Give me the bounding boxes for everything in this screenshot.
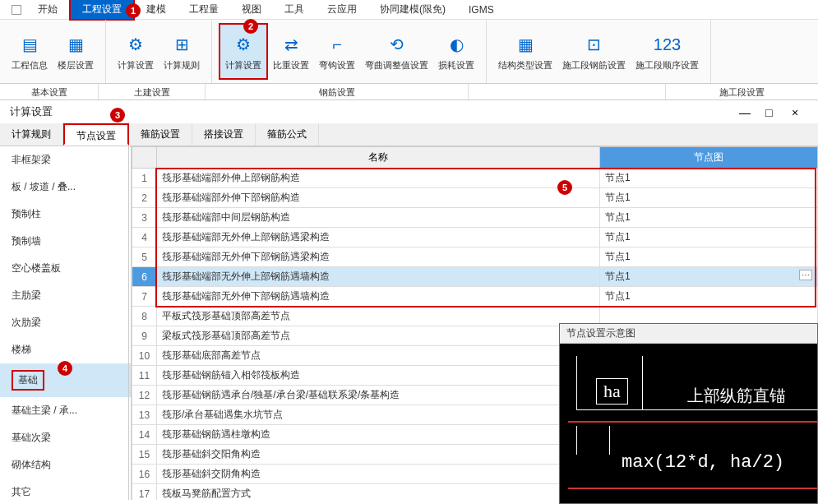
diagram-red-line [568,488,818,489]
ribbon-button[interactable]: ▦结构类型设置 [493,23,557,80]
tab[interactable]: 搭接设置 [192,123,256,146]
table-row[interactable]: 7筏形基础端部无外伸下部钢筋遇墙构造节点1 [132,287,818,307]
sidebar-item[interactable]: 板 / 坡道 / 叠... [0,173,131,201]
ribbon-group: ▦结构类型设置⊡施工段钢筋设置123施工段顺序设置 [487,20,711,83]
tab[interactable]: 节点设置 [63,123,129,146]
row-name[interactable]: 平板式筏形基础顶部高差节点 [157,307,600,326]
menu-item[interactable]: 工具 [273,0,316,19]
sidebar-item[interactable]: 其它 [0,479,131,500]
ribbon-button[interactable]: ⊡施工段钢筋设置 [557,23,631,80]
row-name[interactable]: 筏形基础端部外伸下部钢筋构造 [157,188,600,208]
minimize-icon[interactable]: — [739,106,751,118]
section-label: 施工段设置 [666,84,818,99]
table-row[interactable]: 5筏形基础端部无外伸下部钢筋遇梁构造节点1 [132,247,818,267]
maximize-icon[interactable]: □ [765,106,777,118]
ribbon: ▤工程信息▦楼层设置⚙计算设置⊞计算规则⚙计算设置⇄比重设置⌐弯钩设置⟲弯曲调整… [0,20,818,84]
th-name[interactable]: 名称 [157,147,600,169]
sidebar-item[interactable]: 预制墙 [0,228,131,255]
ribbon-button[interactable]: ◐损耗设置 [433,23,479,80]
row-name[interactable]: 筏形/承台基础遇集水坑节点 [157,405,600,425]
row-name[interactable]: 筏形基础钢筋遇柱墩构造 [157,425,600,445]
ribbon-button[interactable]: ⊞计算规则 [159,23,205,80]
ribbon-button[interactable]: ▦楼层设置 [53,23,99,80]
tab[interactable]: 箍筋设置 [129,123,192,146]
menu-item[interactable]: 协同建模(限免) [368,0,457,19]
row-name[interactable]: 筏形基础底部高差节点 [157,346,600,366]
row-name[interactable]: 筏形基础端部无外伸下部钢筋遇墙构造 [157,287,600,307]
ellipsis-button[interactable]: ⋯ [799,270,812,280]
menu-item[interactable]: 视图 [230,0,273,19]
preview-canvas: ha 上部纵筋直锚 max(12*d, ha/2) [560,344,817,504]
ribbon-label: 计算规则 [164,59,200,72]
table-row[interactable]: 6筏形基础端部无外伸上部钢筋遇墙构造节点1⋯ [132,267,818,287]
badge-5: 5 [557,180,572,195]
row-node[interactable]: 节点1 [600,247,818,267]
sidebar-item[interactable]: 预制柱 [0,201,131,228]
row-name[interactable]: 筏形基础斜交阴角构造 [157,465,600,484]
sidebar-item[interactable]: 次肋梁 [0,309,131,336]
row-num: 13 [132,405,157,425]
row-name[interactable]: 梁板式筏形基础顶部高差节点 [157,326,600,346]
row-name[interactable]: 筏板马凳筋配置方式 [157,484,600,501]
sidebar-item[interactable]: 主肋梁 [0,282,131,309]
row-name[interactable]: 筏形基础钢筋遇承台/独基/承台梁/基础联系梁/条基构造 [157,386,600,405]
panel-title: 计算设置 [10,104,53,119]
row-name[interactable]: 筏形基础端部无外伸下部钢筋遇梁构造 [157,247,600,267]
menu-item[interactable]: 工程量 [178,0,230,19]
table-row[interactable]: 2筏形基础端部外伸下部钢筋构造节点1 [132,188,818,208]
row-node[interactable]: 节点1 [600,287,818,307]
row-num: 5 [132,247,157,267]
row-node[interactable]: 节点1 [600,208,818,228]
ribbon-button[interactable]: ⟲弯曲调整值设置 [360,23,433,80]
table-row[interactable]: 1筏形基础端部外伸上部钢筋构造节点1 [132,169,818,188]
menu-item[interactable]: IGMS [457,2,506,18]
row-name[interactable]: 筏形基础端部无外伸上部钢筋遇墙构造 [157,267,600,287]
row-num: 16 [132,465,157,484]
diagram-red-line [568,421,818,423]
row-name[interactable]: 筏形基础端部无外伸上部钢筋遇梁构造 [157,228,600,247]
sidebar-item[interactable]: 楼梯 [0,336,131,363]
row-node[interactable]: 节点1⋯ [600,267,818,287]
ribbon-icon: ⚙ [122,31,149,58]
ribbon-icon: ⌐ [324,31,350,58]
ribbon-button[interactable]: ⚙计算设置 [219,23,268,80]
ribbon-label: 工程信息 [12,59,48,72]
ribbon-button[interactable]: 123施工段顺序设置 [631,23,704,80]
ribbon-group: ▤工程信息▦楼层设置 [0,20,106,83]
row-node[interactable]: 节点1 [600,169,818,188]
tab-row: 计算规则节点设置箍筋设置搭接设置箍筋公式 [0,123,818,146]
menu-item[interactable]: 工程设置 [69,0,135,21]
app-icon [12,5,21,15]
ribbon-label: 比重设置 [273,59,309,72]
ribbon-label: 损耗设置 [438,59,474,72]
sidebar-item[interactable]: 空心楼盖板 [0,255,131,282]
ribbon-button[interactable]: ⌐弯钩设置 [314,23,360,80]
row-node[interactable]: 节点1 [600,228,818,247]
menu-item[interactable]: 云应用 [316,0,368,19]
ribbon-button[interactable]: ⇄比重设置 [268,23,314,80]
menu-item[interactable]: 开始 [26,0,69,19]
row-name[interactable]: 筏形基础端部外伸上部钢筋构造 [157,169,600,188]
sidebar-item[interactable]: 基础次梁 [0,424,131,451]
row-num: 7 [132,287,157,307]
sidebar-item[interactable]: 砌体结构 [0,451,131,479]
menu-item[interactable]: 建模 [135,0,178,19]
ribbon-button[interactable]: ⚙计算设置 [113,23,159,80]
ribbon-button[interactable]: ▤工程信息 [7,23,53,80]
table-row[interactable]: 4筏形基础端部无外伸上部钢筋遇梁构造节点1 [132,228,818,247]
ribbon-label: 施工段顺序设置 [635,59,699,72]
row-node[interactable]: 节点1 [600,188,818,208]
table-row[interactable]: 3筏形基础端部中间层钢筋构造节点1 [132,208,818,228]
sidebar-item[interactable]: 基础主梁 / 承... [0,397,131,424]
diagram-line [642,356,643,409]
row-name[interactable]: 筏形基础钢筋锚入相邻筏板构造 [157,366,600,386]
row-name[interactable]: 筏形基础端部中间层钢筋构造 [157,208,600,228]
ribbon-label: 施工段钢筋设置 [562,59,626,72]
sidebar-item[interactable]: 非框架梁 [0,146,131,173]
close-icon[interactable]: × [792,106,803,118]
ribbon-label: 计算设置 [225,59,261,72]
tab[interactable]: 箍筋公式 [256,123,319,146]
row-name[interactable]: 筏形基础斜交阳角构造 [157,445,600,465]
tab[interactable]: 计算规则 [0,123,63,146]
th-node[interactable]: 节点图 [600,147,818,169]
